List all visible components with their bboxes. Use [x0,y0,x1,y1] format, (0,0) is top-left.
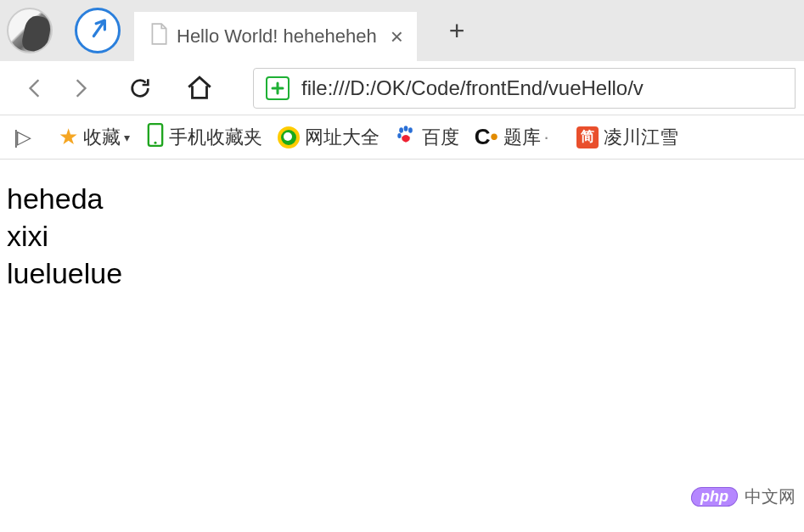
chevron-right-icon [70,77,92,99]
tab-close-button[interactable]: × [391,24,403,50]
reload-icon [127,75,154,102]
url-text: file:///D:/OK/Code/frontEnd/vueHello/v [301,76,644,100]
360-icon [278,126,300,148]
navigation-icon [79,11,116,49]
page-line: xixi [7,217,797,255]
sidebar-toggle-icon[interactable]: |▷ [14,126,30,148]
bookmark-sep: · [544,126,549,148]
bookmark-label: 收藏 [83,125,121,150]
watermark-text: 中文网 [745,485,796,508]
svg-point-5 [397,133,401,138]
tab-title: Hello World! heheheheh [177,25,377,48]
new-tab-button[interactable]: + [449,15,465,47]
star-icon: ★ [59,124,78,150]
chevron-left-icon [24,77,46,99]
bookmarks-bar: |▷ ★ 收藏 ▾ 手机收藏夹 网址大全 百度 C• 题库 · 简 凌川江雪 [0,115,804,160]
shield-icon [266,76,290,100]
forward-button[interactable] [65,72,97,104]
navigation-toolbar: file:///D:/OK/Code/frontEnd/vueHello/v [0,61,804,115]
home-icon [185,74,214,103]
bookmark-tiku[interactable]: C• 题库 · [471,122,553,152]
php-logo-icon: php [690,487,739,507]
bookmark-mobile[interactable]: 手机收藏夹 [143,121,266,154]
chevron-down-icon: ▾ [124,131,130,144]
bookmark-label: 凌川江雪 [604,125,678,150]
page-line: lueluelue [7,255,797,292]
phone-icon [147,123,164,152]
home-button[interactable] [183,72,216,104]
bookmark-label: 手机收藏夹 [169,125,262,150]
svg-point-3 [403,126,408,132]
svg-point-4 [408,127,413,133]
reload-button[interactable] [124,72,156,104]
compass-button[interactable] [75,8,121,53]
baidu-icon [395,124,417,151]
svg-point-2 [399,127,403,133]
page-content: heheda xixi lueluelue [0,160,804,313]
browser-tab[interactable]: Hello World! heheheheh × [134,12,417,61]
svg-point-1 [154,141,156,143]
bookmark-sites[interactable]: 网址大全 [274,123,383,152]
bookmark-lingchuan[interactable]: 简 凌川江雪 [573,123,682,152]
back-button[interactable] [19,72,51,104]
jian-icon: 简 [576,126,599,148]
file-icon [149,23,168,50]
avatar[interactable] [7,8,53,53]
bookmark-label: 网址大全 [305,125,380,150]
bookmark-favorites[interactable]: ★ 收藏 ▾ [55,122,135,152]
url-bar[interactable]: file:///D:/OK/Code/frontEnd/vueHello/v [253,68,796,109]
watermark: php 中文网 [691,485,796,508]
page-line: heheda [7,180,797,217]
bookmark-baidu[interactable]: 百度 [391,122,463,153]
tab-strip: Hello World! heheheheh × + [0,0,804,61]
bookmark-label: 百度 [422,125,459,150]
bookmark-label: 题库 [503,125,541,150]
tiku-icon: C• [475,124,498,150]
